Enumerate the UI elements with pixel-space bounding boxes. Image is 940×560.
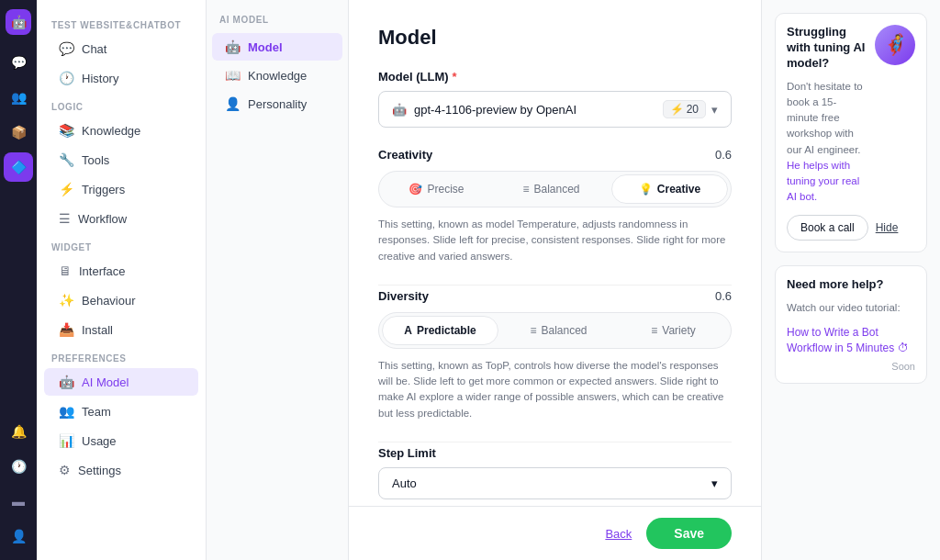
sidebar-item-workflow[interactable]: ☰ Workflow: [44, 205, 198, 232]
timer-icon: ⏱: [898, 342, 909, 354]
token-value: 20: [687, 103, 699, 116]
sidebar-item-team-label: Team: [82, 405, 111, 419]
sidebar-item-usage[interactable]: 📊 Usage: [44, 427, 198, 454]
icon-bar-user[interactable]: 👤: [4, 521, 33, 551]
sidebar-item-install[interactable]: 📥 Install: [44, 316, 198, 343]
step-limit-label: Step Limit: [378, 446, 732, 460]
workflow-icon: ☰: [59, 211, 71, 226]
section-label-widget: WIDGET: [37, 233, 206, 256]
behaviour-icon: ✨: [59, 293, 74, 308]
diversity-predictable-btn[interactable]: A Predictable: [382, 316, 498, 345]
subnav-knowledge-icon: 📖: [225, 68, 241, 83]
token-badge: ⚡ 20: [663, 100, 706, 118]
history-icon: 🕐: [59, 71, 74, 85]
sidebar-item-chat[interactable]: 💬 Chat: [44, 35, 198, 62]
chevron-down-icon: ▾: [711, 103, 718, 117]
sidebar-item-ai-model-label: AI Model: [82, 375, 129, 389]
sidebar-item-knowledge[interactable]: 📚 Knowledge: [44, 117, 198, 144]
knowledge-icon: 📚: [59, 123, 74, 138]
sidebar-item-behaviour-label: Behaviour: [82, 294, 136, 308]
sidebar-item-history[interactable]: 🕐 History: [44, 64, 198, 92]
main-content: Model Model (LLM) * 🤖 gpt-4-1106-preview…: [349, 0, 761, 506]
icon-bar-active[interactable]: 🔷: [4, 152, 33, 182]
panel-card-ai-tuning-text: Don't hesitate to book a 15-minute free …: [787, 79, 867, 206]
diversity-toggle-group: A Predictable ≡ Balanced ≡ Variety: [378, 312, 732, 349]
subnav-item-model-label: Model: [248, 40, 283, 54]
sidebar-item-tools[interactable]: 🔧 Tools: [44, 146, 198, 174]
subnav-personality-icon: 👤: [225, 96, 241, 111]
diversity-row: Diversity 0.6: [378, 289, 732, 303]
step-limit-select[interactable]: Auto ▾: [378, 467, 732, 499]
token-icon: ⚡: [670, 103, 684, 116]
save-button[interactable]: Save: [646, 518, 732, 549]
model-llm-select-value: 🤖 gpt-4-1106-preview by OpenAI: [392, 103, 576, 117]
icon-bar-bar[interactable]: ▬: [4, 487, 33, 516]
back-link[interactable]: Back: [605, 527, 632, 541]
diversity-section: Diversity 0.6 A Predictable ≡ Balanced ≡…: [378, 289, 732, 421]
panel-card-ai-tuning-title: Struggling with tuning AI model?: [787, 25, 867, 72]
model-llm-label: Model (LLM) *: [378, 70, 732, 84]
section-label-website: TEST WEBSITE&CHATBOT: [37, 11, 206, 34]
creative-icon: 💡: [639, 183, 653, 196]
diversity-label: Diversity: [378, 289, 429, 303]
interface-icon: 🖥: [59, 263, 72, 278]
panel-video-link-label: How to Write a Bot Workflow in 5 Minutes: [787, 326, 894, 354]
divider-2: [378, 442, 732, 442]
right-panel: Struggling with tuning AI model? Don't h…: [761, 0, 940, 560]
hide-link[interactable]: Hide: [876, 221, 899, 234]
creativity-creative-btn[interactable]: 💡 Creative: [611, 174, 728, 204]
creativity-row: Creativity 0.6: [378, 148, 732, 162]
app-logo[interactable]: 🤖: [6, 9, 31, 35]
model-llm-section: Model (LLM) * 🤖 gpt-4-1106-preview by Op…: [378, 70, 732, 128]
model-llm-select-right: ⚡ 20 ▾: [663, 100, 718, 118]
sidebar-item-settings[interactable]: ⚙ Settings: [44, 456, 198, 484]
creativity-section: Creativity 0.6 🎯 Precise ≡ Balanced 💡 Cr…: [378, 148, 732, 264]
model-llm-select[interactable]: 🤖 gpt-4-1106-preview by OpenAI ⚡ 20 ▾: [378, 91, 732, 128]
step-limit-chevron-icon: ▾: [711, 476, 718, 490]
divider-1: [378, 285, 732, 286]
soon-badge: Soon: [787, 361, 915, 372]
precise-icon: 🎯: [408, 183, 422, 196]
install-icon: 📥: [59, 322, 74, 337]
triggers-icon: ⚡: [59, 182, 74, 196]
creativity-precise-btn[interactable]: 🎯 Precise: [379, 172, 494, 207]
sidebar-item-behaviour[interactable]: ✨ Behaviour: [44, 286, 198, 314]
balanced-icon: ≡: [522, 183, 529, 196]
icon-bar-chat[interactable]: 💬: [4, 48, 33, 77]
icon-bar-people[interactable]: 👥: [4, 83, 33, 112]
sidebar-item-settings-label: Settings: [78, 464, 121, 477]
subnav-item-model[interactable]: 🤖 Model: [212, 33, 342, 61]
subnav-item-personality[interactable]: 👤 Personality: [212, 90, 342, 118]
panel-video-link[interactable]: How to Write a Bot Workflow in 5 Minutes…: [787, 325, 915, 356]
icon-bar-clock[interactable]: 🕐: [4, 452, 33, 481]
subnav-item-knowledge-label: Knowledge: [248, 69, 307, 83]
sidebar-item-knowledge-label: Knowledge: [82, 124, 140, 138]
sidebar-item-chat-label: Chat: [82, 42, 106, 56]
diversity-hint: This setting, known as TopP, controls ho…: [378, 358, 732, 421]
settings-icon: ⚙: [59, 463, 71, 477]
icon-bar-box[interactable]: 📦: [4, 118, 33, 147]
sidebar-item-triggers-label: Triggers: [82, 183, 125, 196]
chat-icon: 💬: [59, 41, 74, 56]
diversity-balanced-btn[interactable]: ≡ Balanced: [501, 313, 616, 348]
icon-bar-bell[interactable]: 🔔: [4, 417, 33, 446]
diversity-balanced-label: Balanced: [541, 324, 587, 337]
creativity-balanced-btn[interactable]: ≡ Balanced: [494, 172, 609, 207]
step-limit-value: Auto: [392, 476, 417, 490]
subnav-item-knowledge[interactable]: 📖 Knowledge: [212, 62, 342, 89]
sidebar-item-triggers[interactable]: ⚡ Triggers: [44, 175, 198, 203]
sidebar-item-ai-model[interactable]: 🤖 AI Model: [44, 368, 198, 396]
sidebar-item-history-label: History: [82, 72, 118, 85]
book-call-button[interactable]: Book a call: [787, 215, 868, 241]
sidebar-item-workflow-label: Workflow: [78, 212, 127, 226]
panel-card-ai-tuning-link[interactable]: He helps with tuning your real AI bot.: [787, 160, 859, 203]
subnav-item-personality-label: Personality: [248, 97, 307, 111]
panel-card-ai-tuning: Struggling with tuning AI model? Don't h…: [775, 13, 927, 252]
diversity-variety-btn[interactable]: ≡ Variety: [616, 313, 731, 348]
diversity-predictable-label: Predictable: [417, 324, 476, 337]
robot-avatar: 🦸: [875, 25, 915, 65]
sidebar-item-interface[interactable]: 🖥 Interface: [44, 257, 198, 285]
sidebar-item-team[interactable]: 👥 Team: [44, 398, 198, 425]
panel-card-more-help: Need more help? Watch our video tutorial…: [775, 265, 927, 385]
sidebar-item-install-label: Install: [82, 323, 113, 337]
